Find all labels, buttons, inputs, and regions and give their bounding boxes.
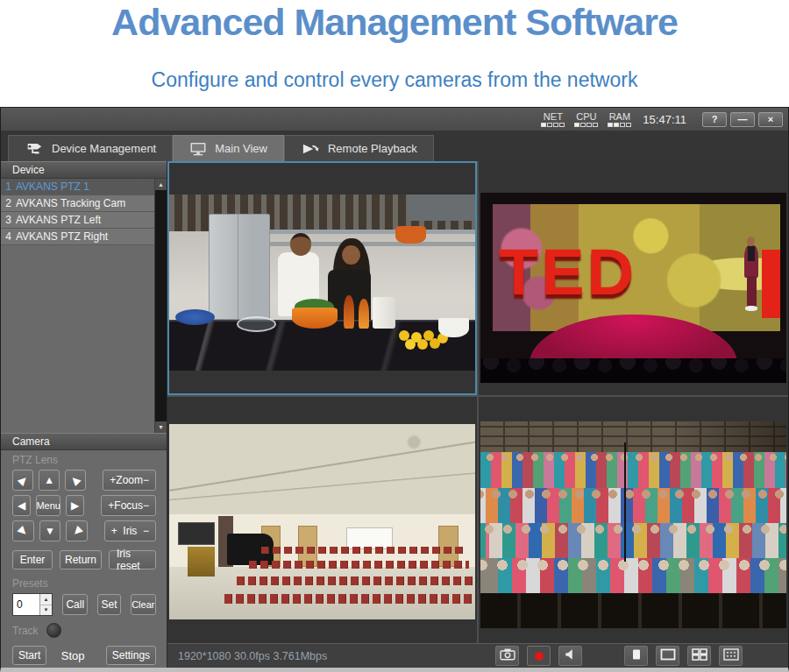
pan-up-right-button[interactable] — [65, 470, 86, 491]
preset-number-input[interactable] — [13, 594, 39, 615]
snapshot-button[interactable] — [495, 646, 519, 666]
ted-sign-text: TED — [499, 235, 636, 309]
tab-remote-playback[interactable]: Remote Playback — [284, 135, 434, 161]
kitchen-orange-pot — [395, 226, 426, 244]
help-button[interactable]: ? — [702, 112, 727, 127]
video-feed-choir — [480, 421, 786, 628]
cpu-meter-cells — [574, 123, 598, 127]
pan-down-left-button[interactable] — [12, 520, 34, 541]
zoom-out-button[interactable]: − — [143, 474, 149, 486]
hall-table — [188, 547, 215, 576]
stepper-buttons — [39, 594, 52, 615]
tab-main-view[interactable]: Main View — [173, 135, 284, 161]
focus-in-button[interactable]: + — [108, 499, 114, 512]
stepper-up-button[interactable] — [40, 594, 52, 605]
fullscreen-button[interactable] — [719, 646, 743, 666]
record-button[interactable] — [527, 646, 551, 666]
iris-close-button[interactable]: − — [143, 525, 149, 537]
iris-reset-button[interactable]: Iris reset — [109, 550, 156, 569]
minimize-button[interactable]: — — [730, 112, 755, 127]
status-bar: 1920*1080 30.0fps 3.761Mbps — [167, 643, 788, 668]
cpu-meter-label: CPU — [574, 112, 598, 122]
track-toggle[interactable] — [46, 623, 61, 638]
tilt-up-button[interactable] — [39, 470, 60, 491]
main-view-area: TED — [167, 161, 788, 668]
camera-panel-title: Camera — [12, 435, 50, 448]
page-subtitle: Configure and control every cameras from… — [0, 68, 789, 92]
video-pane-1-kitchen[interactable] — [167, 161, 477, 395]
record-icon — [535, 652, 544, 661]
one-pane-layout-button[interactable] — [656, 646, 679, 666]
kitchen-blue-pan — [175, 309, 215, 325]
device-panel-title: Device — [12, 164, 45, 176]
video-pane-2-ted-stage[interactable]: TED — [479, 161, 788, 395]
hero-section: Advanced Management Software Configure a… — [0, 0, 789, 107]
iris-control[interactable]: + Iris − — [104, 520, 156, 541]
pan-left-button[interactable] — [12, 495, 31, 516]
iris-open-button[interactable]: + — [111, 525, 117, 537]
device-list-scrollbar[interactable] — [154, 179, 167, 433]
call-button[interactable]: Call — [62, 594, 88, 615]
kitchen-fridge — [209, 214, 270, 320]
monitor-icon — [189, 142, 207, 156]
kitchen-white-container — [373, 297, 395, 329]
one-pane-layout-icon — [660, 648, 676, 664]
device-row-avkans-ptz-right[interactable]: 4 AVKANS PTZ Right — [1, 229, 154, 245]
presets-label: Presets — [12, 577, 156, 590]
ptz-row-top: + Zoom − — [12, 470, 156, 491]
diagonal-arrow-icon — [70, 524, 83, 537]
ted-audience-silhouettes — [480, 358, 786, 383]
playback-icon — [301, 142, 320, 156]
window-titlebar: NET CPU RAM 15:47:11 ? — × — [1, 108, 788, 131]
set-button[interactable]: Set — [97, 594, 120, 615]
iris-label: Iris — [123, 525, 137, 537]
device-index: 2 — [1, 197, 16, 209]
video-pane-4-choir[interactable] — [479, 397, 788, 643]
focus-out-button[interactable]: − — [143, 499, 149, 512]
settings-button[interactable]: Settings — [106, 646, 156, 665]
audio-button[interactable] — [558, 646, 582, 666]
focus-control[interactable]: + Focus − — [101, 495, 156, 516]
device-row-avkans-ptz-left[interactable]: 3 AVKANS PTZ Left — [1, 212, 154, 229]
single-view-icon — [629, 648, 643, 664]
four-pane-layout-button[interactable] — [687, 646, 711, 666]
choir-foreground — [480, 593, 786, 628]
scroll-down-button[interactable] — [155, 421, 167, 433]
device-panel-header: Device — [1, 161, 167, 179]
tab-device-management[interactable]: Device Management — [8, 135, 173, 161]
device-row-avkans-tracking-cam[interactable]: 2 AVKANS Tracking Cam — [1, 195, 154, 212]
enter-button[interactable]: Enter — [12, 550, 53, 569]
video-pane-3-hall[interactable] — [167, 397, 477, 643]
scroll-up-button[interactable] — [155, 179, 167, 190]
menu-button[interactable]: Menu — [36, 495, 60, 516]
app-window: NET CPU RAM 15:47:11 ? — × Device Manage… — [0, 107, 789, 672]
zoom-control[interactable]: + Zoom − — [103, 470, 156, 491]
zoom-in-button[interactable]: + — [110, 474, 116, 486]
hall-chair-row — [261, 547, 466, 554]
net-meter-cells — [541, 123, 565, 127]
clear-button[interactable]: Clear — [131, 594, 156, 615]
page-title: Advanced Management Software — [0, 0, 789, 44]
hall-whiteboard — [346, 527, 392, 549]
return-button[interactable]: Return — [60, 550, 102, 569]
device-rows: 1 AVKANS PTZ 1 2 AVKANS Tracking Cam 3 A… — [1, 179, 154, 245]
device-list: 1 AVKANS PTZ 1 2 AVKANS Tracking Cam 3 A… — [1, 179, 167, 433]
stepper-down-button[interactable] — [40, 605, 52, 616]
single-view-button[interactable] — [624, 646, 648, 666]
down-arrow-icon — [158, 424, 164, 430]
stop-button[interactable]: Stop — [55, 646, 89, 665]
pan-up-left-button[interactable] — [12, 470, 33, 491]
start-button[interactable]: Start — [12, 646, 46, 665]
pan-down-right-button[interactable] — [66, 520, 88, 541]
camera-icon — [500, 647, 515, 664]
kitchen-glass-lid — [237, 316, 276, 332]
device-index: 1 — [1, 180, 16, 193]
device-row-avkans-ptz-1[interactable]: 1 AVKANS PTZ 1 — [1, 179, 154, 195]
close-button[interactable]: × — [758, 112, 783, 127]
preset-number-stepper — [12, 593, 53, 616]
pan-right-button[interactable] — [66, 495, 84, 516]
down-arrow-icon — [44, 607, 49, 612]
tilt-down-button[interactable] — [39, 520, 61, 541]
track-row: Track — [12, 623, 156, 638]
hall-tv-screen — [178, 522, 215, 546]
